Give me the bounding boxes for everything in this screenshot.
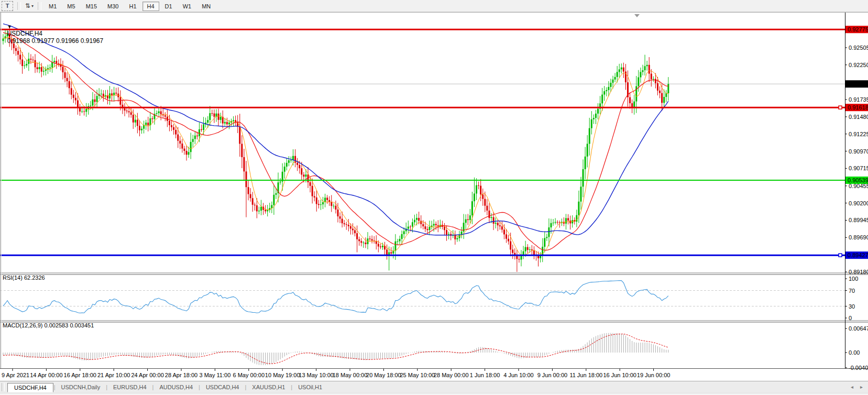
price-tick-label: 0.89690 <box>849 234 868 240</box>
timeframe-button-w1[interactable]: W1 <box>178 2 196 11</box>
timeframe-button-d1[interactable]: D1 <box>160 2 177 11</box>
price-tick-label: 0.92250 <box>849 62 868 68</box>
toolbar-grip <box>17 2 21 10</box>
time-tick-label: 16 Apr 18:00 <box>64 372 96 378</box>
pane-splitter[interactable] <box>0 273 868 273</box>
chart-title: ▼ USDCHF,H4 0.91968 0.91977 0.91966 0.91… <box>4 15 103 45</box>
toolbar-grip <box>38 2 41 10</box>
time-tick-label: 28 May 00:00 <box>434 372 469 378</box>
ma-fast-line <box>3 37 668 256</box>
resistance-upper-price-tag-label: 0.92775 <box>848 26 868 32</box>
tab-separator: | <box>54 384 56 390</box>
top-toolbar: T ⇅ ▾ M1M5M15M30H1H4D1W1MN <box>0 0 868 12</box>
macd-pane[interactable] <box>3 333 668 365</box>
time-tick-label: 24 Apr 00:00 <box>131 372 163 378</box>
ma-medium-line <box>3 32 668 250</box>
time-tick-label: 16 Jun 10:00 <box>603 372 636 378</box>
chart-tab-usoil[interactable]: USOil,H1 <box>293 382 327 392</box>
chart-sync-button[interactable]: ⇅ ▾ <box>23 2 36 10</box>
time-tick-label: 9 Apr 2021 <box>2 372 29 378</box>
timeframe-button-m5[interactable]: M5 <box>62 2 80 11</box>
tab-separator: | <box>199 384 200 390</box>
rsi-pane[interactable] <box>0 281 845 313</box>
time-tick-label: 4 Jun 10:00 <box>503 372 534 378</box>
time-axis[interactable]: 9 Apr 202114 Apr 00:0016 Apr 18:0021 Apr… <box>2 369 670 378</box>
tab-scroll-left-icon[interactable]: ◂ <box>851 384 853 390</box>
rsi-tick-label: 100 <box>849 276 858 282</box>
support-mid-price-tag-label: 0.90539 <box>848 177 868 183</box>
support-lower-price-tag-label: 0.89427 <box>848 252 868 258</box>
chart-tab-eurusd[interactable]: EURUSD,H4 <box>108 382 152 392</box>
tab-separator: | <box>245 384 246 390</box>
sync-arrows-icon: ⇅ <box>25 2 30 9</box>
rsi-indicator-label: RSI(14) 62.2326 <box>3 275 45 281</box>
pane-splitter <box>0 322 868 323</box>
time-tick-label: 1 Jun 18:00 <box>470 372 500 378</box>
pane-splitter <box>0 321 868 322</box>
chart-tabs: USDCHF,H4|USDCNH,Daily|EURUSD,H4|AUDUSD,… <box>7 382 327 392</box>
rsi-line <box>3 281 668 313</box>
support-lower-handle[interactable] <box>839 254 842 257</box>
macd-tick-label: 0.006477 <box>849 325 868 332</box>
price-tick-label: 0.89945 <box>849 217 868 223</box>
chart-ohlc-values: 0.91968 0.91977 0.91966 0.91967 <box>7 37 104 45</box>
macd-histogram <box>3 333 668 365</box>
price-tick-label: 0.91735 <box>849 96 868 103</box>
right-offset-marker-icon[interactable] <box>634 14 640 17</box>
timeframe-button-mn[interactable]: MN <box>197 2 215 11</box>
rsi-tick-label: 30 <box>849 303 855 310</box>
timeframe-button-m30[interactable]: M30 <box>103 2 123 11</box>
chart-tab-usdchf[interactable]: USDCHF,H4 <box>7 383 53 392</box>
tab-scroll-right-icon[interactable]: ▸ <box>860 384 863 390</box>
pane-splitter[interactable] <box>0 321 868 321</box>
macd-tick-label: 0.00 <box>849 349 860 356</box>
rsi-tick-label: 0 <box>849 315 852 321</box>
pane-splitter <box>0 275 868 275</box>
price-axis[interactable]: 0.925050.922500.917350.914800.912250.909… <box>845 26 868 371</box>
timeframe-button-m15[interactable]: M15 <box>81 2 102 11</box>
chevron-down-icon[interactable]: ▾ <box>31 4 34 8</box>
time-tick-label: 9 Jun 00:00 <box>537 372 568 378</box>
time-tick-label: 11 Jun 18:00 <box>569 372 602 378</box>
price-tick-label: 0.91480 <box>849 114 868 120</box>
current-price-price-tag-label: 0.91967 <box>848 81 868 87</box>
macd-indicator-label: MACD(12,26,9) 0.002583 0.003451 <box>3 322 94 328</box>
time-tick-label: 28 Apr 18:00 <box>165 372 197 378</box>
macd-tick-label: -0.004073 <box>849 365 868 371</box>
tab-bar-grip <box>2 383 5 391</box>
status-strip <box>0 393 868 395</box>
time-tick-label: 19 Jun 00:00 <box>637 372 671 378</box>
timeframe-button-h4[interactable]: H4 <box>142 2 159 11</box>
timeframe-toolbar: M1M5M15M30H1H4D1W1MN <box>43 1 216 11</box>
time-tick-label: 10 May 19:00 <box>265 372 300 378</box>
chart-tab-usdcad[interactable]: USDCAD,H4 <box>201 382 245 392</box>
chart-tab-usdcnh[interactable]: USDCNH,Daily <box>56 382 106 392</box>
main-price-pane[interactable] <box>0 24 845 272</box>
timeframe-button-h1[interactable]: H1 <box>124 2 141 11</box>
tab-separator: | <box>106 384 107 390</box>
pane-splitter <box>0 273 868 275</box>
time-tick-label: 3 May 11:00 <box>200 372 231 378</box>
chart-tab-xauusd[interactable]: XAUUSD,H1 <box>247 382 290 392</box>
text-tool-button[interactable]: T <box>2 1 13 11</box>
price-tick-label: 0.91225 <box>849 131 868 137</box>
resistance-lower-price-tag-label: 0.91618 <box>848 104 868 111</box>
time-tick-label: 13 May 10:00 <box>299 372 334 378</box>
price-tick-label: 0.92505 <box>849 45 868 51</box>
chart-tab-audusd[interactable]: AUDUSD,H4 <box>154 382 198 392</box>
time-tick-label: 20 May 18:00 <box>366 372 401 378</box>
timeframe-button-m1[interactable]: M1 <box>44 2 61 11</box>
rsi-tick-label: 70 <box>849 288 855 294</box>
time-tick-label: 18 May 00:00 <box>333 372 368 378</box>
price-tick-label: 0.90715 <box>849 165 868 171</box>
price-tick-label: 0.89180 <box>849 269 868 275</box>
chart-tab-bar: USDCHF,H4|USDCNH,Daily|EURUSD,H4|AUDUSD,… <box>0 381 868 393</box>
time-tick-label: 6 May 00:00 <box>233 372 265 378</box>
chart-canvas[interactable]: 0.925050.922500.917350.914800.912250.909… <box>0 12 868 381</box>
time-tick-label: 25 May 10:00 <box>400 372 435 378</box>
resistance-lower-handle[interactable] <box>839 106 842 109</box>
tab-separator: | <box>152 384 154 390</box>
chart-menu-arrow-icon[interactable]: ▼ <box>7 24 12 29</box>
tab-separator: | <box>291 384 292 390</box>
chart-symbol-period: USDCHF,H4 <box>7 30 42 37</box>
